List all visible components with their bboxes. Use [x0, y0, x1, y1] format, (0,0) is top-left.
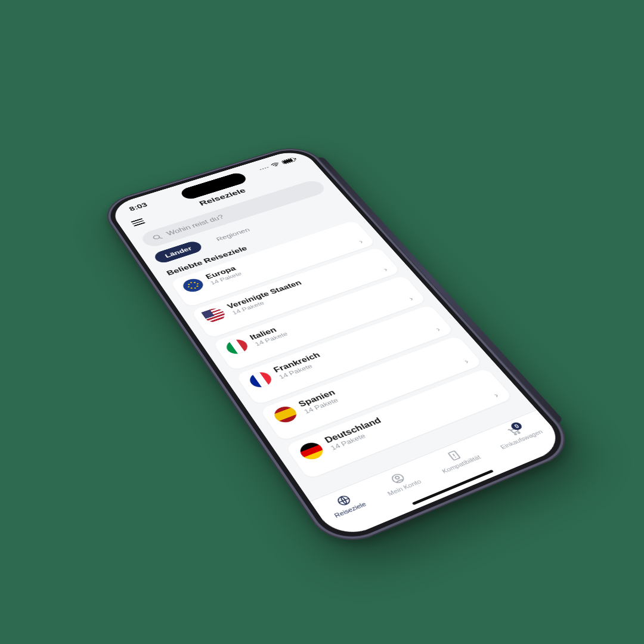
home-indicator [412, 469, 494, 505]
cart-badge: 0 [509, 421, 524, 431]
nav-compat[interactable]: Kompatibilität [432, 443, 482, 474]
svg-point-5 [395, 476, 400, 479]
svg-point-0 [276, 166, 277, 166]
svg-point-1 [153, 235, 160, 240]
nav-account[interactable]: Mein Konto [378, 467, 423, 497]
flag-icon [296, 440, 327, 462]
svg-rect-6 [448, 451, 460, 460]
nav-destinations[interactable]: Reiseziele [325, 490, 367, 519]
nav-label: Mein Konto [386, 478, 423, 497]
status-time: 8:03 [128, 202, 149, 213]
svg-point-10 [518, 432, 520, 434]
chevron-right-icon: › [382, 267, 389, 273]
destination-sub: 14 Pakete [253, 330, 289, 347]
destination-name: Frankreich [272, 351, 322, 374]
battery-icon [281, 157, 296, 165]
flag-icon [223, 338, 250, 357]
user-icon [388, 471, 408, 486]
destination-card[interactable]: Deutschland14 Pakete› [285, 368, 513, 479]
cart-icon: 0 [504, 424, 524, 438]
wifi-icon [270, 162, 281, 168]
destination-card[interactable]: Spanien14 Pakete› [259, 336, 483, 442]
nav-label: Einkaufswagen [499, 429, 544, 450]
svg-point-3 [336, 495, 351, 506]
destination-sub: 14 Pakete [302, 396, 342, 415]
nav-label: Kompatibilität [441, 454, 482, 474]
chevron-right-icon: › [462, 358, 470, 365]
phone-frame: 8:03 Reiseziele [97, 142, 582, 552]
destination-sub: 14 Pakete [277, 358, 326, 380]
chevron-right-icon: › [357, 239, 364, 244]
destination-name: Deutschland [323, 416, 383, 445]
destination-sub: 14 Pakete [329, 424, 388, 451]
compat-icon [444, 448, 465, 463]
nav-cart[interactable]: 0 Einkaufswagen [490, 419, 544, 451]
search-icon [151, 233, 164, 242]
destination-name: Spanien [297, 388, 337, 408]
chevron-right-icon: › [492, 392, 500, 399]
bottom-nav: Reiseziele Mein Konto Kompatibilität [310, 410, 569, 541]
svg-point-4 [390, 473, 405, 484]
chevron-right-icon: › [434, 326, 442, 333]
screen: 8:03 Reiseziele [107, 147, 568, 541]
flag-icon [180, 277, 206, 294]
svg-line-7 [453, 454, 455, 456]
menu-button[interactable] [131, 218, 145, 227]
globe-icon [333, 493, 354, 509]
flag-icon [271, 404, 300, 425]
nav-label: Reiseziele [333, 501, 368, 519]
svg-point-8 [455, 456, 457, 457]
flag-icon [201, 306, 228, 324]
flag-icon [246, 370, 275, 390]
destination-name: Italien [249, 324, 285, 342]
svg-point-9 [515, 433, 517, 435]
chevron-right-icon: › [407, 296, 415, 302]
cellular-dots-icon [259, 166, 268, 170]
